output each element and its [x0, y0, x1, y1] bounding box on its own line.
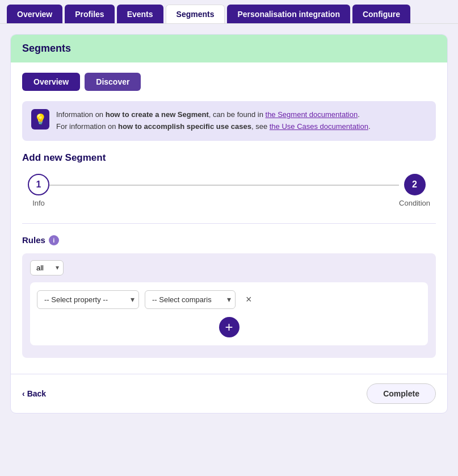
comparison-select[interactable]: -- Select comparis — [145, 290, 236, 309]
sub-tab-overview[interactable]: Overview — [22, 73, 80, 91]
step-1-number: 1 — [36, 179, 41, 190]
all-selector-row: all any — [30, 260, 428, 275]
property-select[interactable]: -- Select property -- — [37, 290, 139, 309]
segments-title: Segments — [22, 43, 436, 55]
info-icon: 💡 — [31, 109, 49, 130]
step-1-label: Info — [32, 199, 45, 207]
step-2-label: Condition — [399, 199, 430, 207]
rules-title: Rules — [22, 235, 45, 245]
main-content: Segments Overview Discover 💡 Information… — [0, 24, 458, 424]
info-banner: 💡 Information on how to create a new Seg… — [22, 101, 436, 141]
all-select-wrapper: all any — [30, 260, 64, 275]
step-1-circle: 1 — [28, 174, 49, 195]
step-2: 2 Condition — [399, 174, 430, 207]
rule-row: -- Select property -- ▾ -- Select compar… — [37, 290, 421, 309]
segments-body: Overview Discover 💡 Information on how t… — [11, 62, 447, 368]
use-cases-doc-link[interactable]: the Use Cases documentation — [270, 122, 368, 131]
segment-doc-link[interactable]: the Segment documentation — [266, 110, 358, 119]
add-segment-title: Add new Segment — [22, 152, 436, 164]
plus-icon: + — [225, 320, 233, 334]
lightbulb-icon: 💡 — [34, 113, 47, 126]
info-banner-text: Information on how to create a new Segme… — [56, 109, 371, 133]
nav-tab-personalisation[interactable]: Personalisation integration — [227, 5, 350, 23]
rules-section: Rules i all any — [22, 223, 436, 358]
back-chevron-icon: ‹ — [22, 389, 25, 398]
step-connector — [49, 185, 399, 186]
rules-header: Rules i — [22, 235, 436, 245]
property-select-wrapper: -- Select property -- ▾ — [37, 290, 139, 309]
card-footer: ‹ Back Complete — [11, 374, 447, 413]
nav-tab-overview[interactable]: Overview — [7, 5, 62, 23]
back-button[interactable]: ‹ Back — [22, 389, 46, 398]
stepper: 1 Info 2 Condition — [22, 174, 436, 207]
step-2-circle: 2 — [404, 174, 426, 195]
segments-header: Segments — [11, 35, 447, 62]
step-1: 1 Info — [28, 174, 49, 207]
step-2-number: 2 — [412, 179, 417, 190]
nav-tab-profiles[interactable]: Profiles — [65, 5, 114, 23]
complete-button[interactable]: Complete — [367, 383, 436, 404]
comparison-select-wrapper: -- Select comparis ▾ — [145, 290, 236, 309]
rule-row-container: -- Select property -- ▾ -- Select compar… — [30, 282, 428, 345]
sub-tabs: Overview Discover — [22, 73, 436, 91]
add-btn-row: + — [37, 317, 421, 337]
nav-tab-events[interactable]: Events — [117, 5, 163, 23]
sub-tab-discover[interactable]: Discover — [85, 73, 141, 91]
top-nav: Overview Profiles Events Segments Person… — [0, 0, 458, 24]
segments-card: Segments Overview Discover 💡 Information… — [10, 34, 448, 414]
all-select[interactable]: all any — [30, 260, 64, 275]
add-rule-button[interactable]: + — [219, 317, 239, 337]
back-label: Back — [27, 389, 46, 398]
rules-container: all any -- Select property -- — [22, 253, 436, 358]
rules-info-icon[interactable]: i — [49, 235, 59, 245]
nav-tab-configure[interactable]: Configure — [352, 5, 410, 23]
nav-tab-segments[interactable]: Segments — [166, 5, 225, 23]
remove-rule-button[interactable]: × — [241, 292, 257, 307]
